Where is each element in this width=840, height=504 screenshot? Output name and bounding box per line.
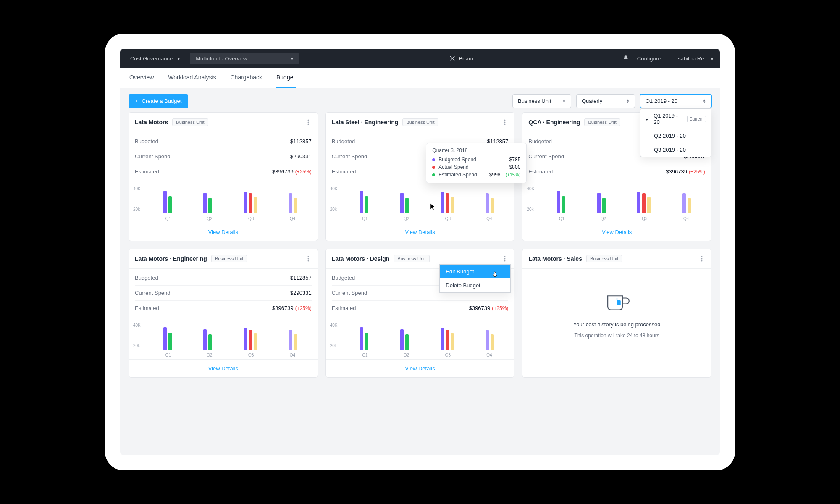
check-icon: ✓ (646, 116, 651, 122)
x-tick: Q3 (248, 216, 254, 221)
chevron-down-icon: ▾ (291, 56, 293, 61)
x-tick: Q2 (207, 216, 212, 221)
card-title: Lata Motors · Sales (528, 255, 582, 262)
user-label: sabitha Re… (678, 55, 709, 62)
plus-icon: + (135, 98, 139, 104)
svg-point-5 (504, 124, 506, 125)
legend-dot-icon (432, 173, 435, 176)
sort-icon: ▲▼ (703, 99, 706, 103)
svg-point-14 (504, 260, 506, 262)
row-value: $112857 (290, 138, 312, 144)
card-grid: Lata Motors Business Unit Budgeted$11285… (120, 112, 720, 386)
period-type-value: Quaterly (582, 98, 602, 104)
row-value: $396739 (469, 305, 491, 311)
y-tick: 20k (330, 207, 338, 212)
row-delta: (+25%) (689, 169, 705, 175)
svg-point-9 (307, 256, 309, 257)
dropdown-option[interactable]: ✓ Q1 2019 - 20 Current (640, 109, 711, 129)
divider (669, 55, 669, 62)
period-range-select[interactable]: Q1 2019 - 20 ▲▼ ✓ Q1 2019 - 20 Current Q… (640, 94, 711, 108)
period-type-select[interactable]: Quaterly ▲▼ (576, 94, 635, 108)
option-label: Q1 2019 - 20 (654, 113, 683, 125)
x-tick: Q4 (683, 216, 689, 221)
option-label: Q2 2019 - 20 (646, 133, 686, 139)
chevron-down-icon: ▾ (711, 57, 713, 61)
tooltip-label: Budgeted Spend (438, 157, 485, 163)
topbar: Cost Governance ▾ Multicloud · Overview … (120, 49, 720, 68)
product-area-select[interactable]: Cost Governance ▾ (127, 55, 183, 62)
view-details-link[interactable]: View Details (405, 229, 435, 235)
processing-subtext: This operation will take 24 to 48 hours (575, 333, 659, 339)
tab-overview[interactable]: Overview (129, 68, 155, 88)
dropdown-option[interactable]: Q3 2019 - 20 (640, 143, 711, 157)
svg-point-17 (701, 260, 702, 262)
tooltip-value: $785 (509, 157, 521, 163)
svg-rect-18 (617, 300, 621, 305)
tab-budget[interactable]: Budget (276, 68, 296, 88)
svg-point-15 (701, 256, 702, 257)
more-icon[interactable] (305, 254, 312, 263)
tooltip-label: Actual Spend (438, 164, 485, 170)
svg-point-11 (307, 260, 309, 262)
budget-card: Lata Motors · Engineering Business Unit … (129, 249, 318, 378)
more-icon[interactable] (501, 254, 508, 263)
more-icon[interactable] (501, 118, 508, 127)
card-title: Lata Motors · Design (332, 255, 390, 262)
tabs: Overview Workload Analysis Chargeback Bu… (120, 68, 720, 88)
view-details-link[interactable]: View Details (405, 365, 435, 372)
more-icon[interactable] (305, 118, 312, 127)
brand-label: Beam (459, 55, 473, 62)
bell-icon[interactable] (623, 55, 629, 62)
row-value: $396739 (272, 305, 294, 311)
budget-card: Lata Motors Business Unit Budgeted$11285… (129, 112, 318, 241)
tab-chargeback[interactable]: Chargeback (230, 68, 263, 88)
tab-workload-analysis[interactable]: Workload Analysis (167, 68, 217, 88)
x-tick: Q3 (248, 353, 254, 357)
budget-chart: 40K20k Q1Q2Q3Q4 (129, 319, 318, 359)
card-unit-pill: Business Unit (394, 255, 429, 262)
x-tick: Q1 (362, 353, 368, 357)
period-range-value: Q1 2019 - 20 (646, 98, 677, 104)
budget-card: Lata Motors · Sales Business Unit Your c… (522, 249, 711, 378)
dropdown-option[interactable]: Q2 2019 - 20 (640, 129, 711, 143)
row-label: Current Spend (332, 290, 368, 296)
group-by-select[interactable]: Business Unit ▲▼ (512, 94, 571, 108)
row-value: $396739 (272, 168, 294, 175)
row-delta: (+25%) (492, 305, 508, 311)
more-icon[interactable] (698, 254, 705, 263)
brand: Beam (306, 55, 616, 62)
legend-dot-icon (432, 158, 435, 161)
y-tick: 20k (330, 344, 338, 348)
configure-link[interactable]: Configure (637, 55, 661, 62)
view-details-link[interactable]: View Details (602, 229, 632, 235)
x-tick: Q1 (165, 216, 171, 221)
row-label: Budgeted (332, 138, 355, 144)
user-menu[interactable]: sabitha Re… ▾ (678, 55, 713, 62)
x-tick: Q1 (362, 216, 368, 221)
row-label: Current Spend (528, 153, 564, 160)
processing-headline: Your cost history is being processed (573, 321, 661, 328)
menu-item-delete[interactable]: Delete Budget (440, 278, 510, 292)
x-tick: Q4 (486, 353, 492, 357)
tooltip-label: Estimated Spend (438, 172, 485, 178)
x-tick: Q1 (559, 216, 564, 221)
scope-select[interactable]: Multicloud · Overview ▾ (190, 53, 299, 64)
view-details-link[interactable]: View Details (208, 365, 238, 372)
y-tick: 20k (133, 344, 141, 348)
view-details-link[interactable]: View Details (208, 229, 238, 235)
row-label: Budgeted (332, 275, 355, 281)
budget-chart: 40K20k Q1Q2Q3Q4 (326, 319, 514, 359)
current-badge: Current (687, 116, 706, 122)
budget-chart: 40K20k Q1Q2Q3Q4 (129, 182, 318, 223)
create-budget-button[interactable]: + Create a Budget (129, 94, 188, 108)
x-tick: Q4 (486, 216, 492, 221)
budget-card: Lata Motors · Design Business Unit Budge… (326, 249, 515, 378)
menu-item-edit[interactable]: Edit Budget (440, 265, 510, 278)
x-tick: Q4 (290, 353, 295, 357)
row-label: Budgeted (135, 138, 158, 144)
row-label: Estimated (332, 305, 356, 311)
row-label: Estimated (135, 305, 159, 311)
chevron-down-icon: ▾ (178, 56, 180, 61)
card-unit-pill: Business Unit (402, 118, 438, 126)
row-label: Estimated (528, 168, 553, 175)
